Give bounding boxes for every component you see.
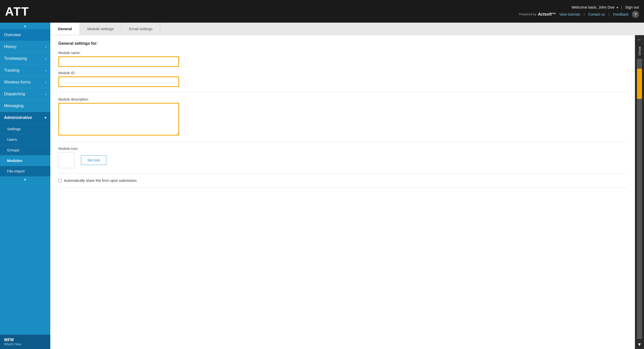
scrollbar-thumb[interactable] <box>637 69 642 99</box>
module-icon-label: Module icon: <box>58 147 627 151</box>
content-area: General Module settings Email settings G… <box>50 23 644 349</box>
sidebar-item-modules[interactable]: Modules <box>0 155 50 166</box>
header-top-row: Welcome back, John Doe ▾ | Sign out <box>572 5 639 9</box>
sidebar-scroll-up[interactable]: ▲ <box>0 23 50 29</box>
divider-after-icon <box>58 173 627 173</box>
sidebar-bottom-sub: What's New <box>4 342 46 346</box>
chevron-right-icon: › <box>45 45 46 49</box>
view-tutorials-link[interactable]: View tutorials <box>559 12 580 16</box>
auto-share-checkbox[interactable] <box>58 179 62 182</box>
sidebar-item-overview[interactable]: Overview <box>0 29 50 41</box>
sidebar-item-users[interactable]: Users <box>0 134 50 145</box>
sidebar: ▲ Overview History › Timekeeping › Track… <box>0 23 50 349</box>
right-panel-show-label: Show <box>638 44 641 58</box>
module-description-label: Module description: <box>58 97 627 101</box>
sidebar-submenu-label: Settings <box>7 127 21 131</box>
sidebar-bottom: WFM What's New <box>0 335 50 349</box>
tab-general[interactable]: General <box>50 23 80 35</box>
contact-us-link[interactable]: Contact us <box>588 12 605 16</box>
sidebar-bottom-title: WFM <box>4 338 46 342</box>
module-description-textarea[interactable] <box>58 103 179 136</box>
module-name-group: Module name: <box>58 51 627 67</box>
sidebar-item-timekeeping[interactable]: Timekeeping › <box>0 53 50 65</box>
divider-after-description <box>58 141 627 142</box>
chevron-down-icon: ▾ <box>45 116 46 120</box>
sidebar-item-label: Wireless forms <box>4 80 31 84</box>
divider1: | <box>621 5 622 9</box>
sidebar-submenu-administrative: Settings Users Groups Modules File impor… <box>0 124 50 177</box>
powered-by: Powered by Actsoft™ <box>519 12 556 17</box>
tab-module-settings[interactable]: Module settings <box>80 23 122 35</box>
module-icon-preview <box>58 152 74 168</box>
main-layout: ▲ Overview History › Timekeeping › Track… <box>0 23 644 349</box>
auto-share-label: Automatically share this form upon submi… <box>64 179 138 183</box>
feedback-link[interactable]: Feedback <box>613 12 628 16</box>
sidebar-item-label: Administrative <box>4 115 32 120</box>
sidebar-item-tracking[interactable]: Tracking › <box>0 65 50 76</box>
module-description-group: Module description: <box>58 97 627 136</box>
chevron-right-icon: › <box>45 68 46 72</box>
welcome-chevron[interactable]: ▾ <box>617 6 618 9</box>
module-name-label: Module name: <box>58 51 627 55</box>
sidebar-submenu-label: Modules <box>7 158 22 163</box>
auto-share-row: Automatically share this form upon submi… <box>58 179 627 183</box>
chevron-right-icon: › <box>45 57 46 61</box>
module-id-label: Module ID: <box>58 71 627 75</box>
section-title: General settings for: <box>58 41 627 46</box>
header: ATT Welcome back, John Doe ▾ | Sign out … <box>0 0 644 23</box>
right-panel-down-button[interactable]: ▼ <box>635 340 644 349</box>
right-panel: ← Show ▼ <box>635 35 644 349</box>
header-bottom-row: Powered by Actsoft™ View tutorials | Con… <box>519 11 639 18</box>
form-content: General settings for: Module name: Modul… <box>50 35 635 349</box>
sidebar-item-label: Timekeeping <box>4 56 27 61</box>
sidebar-item-history[interactable]: History › <box>0 41 50 53</box>
app-logo: ATT <box>5 5 29 18</box>
sign-out-link[interactable]: Sign out <box>625 5 639 9</box>
header-right: Welcome back, John Doe ▾ | Sign out Powe… <box>519 5 639 18</box>
sidebar-item-label: Overview <box>4 33 21 37</box>
right-panel-arrow-button[interactable]: ← <box>635 35 644 44</box>
sidebar-scroll-down[interactable]: ▼ <box>0 177 50 183</box>
sidebar-item-messaging[interactable]: Messaging <box>0 100 50 112</box>
divider-after-id <box>58 92 627 92</box>
chevron-right-icon: › <box>45 80 46 84</box>
sidebar-item-label: History <box>4 45 17 49</box>
divider-bottom <box>58 188 627 188</box>
sidebar-submenu-label: Users <box>7 137 17 142</box>
actsoft-logo: Actsoft™ <box>538 12 556 17</box>
scrollbar-track <box>637 59 642 339</box>
module-id-group: Module ID: <box>58 71 627 87</box>
sidebar-item-administrative[interactable]: Administrative ▾ <box>0 112 50 124</box>
sidebar-item-groups[interactable]: Groups <box>0 145 50 155</box>
sidebar-item-dispatching[interactable]: Dispatching › <box>0 88 50 100</box>
sidebar-item-wireless-forms[interactable]: Wireless forms › <box>0 76 50 88</box>
sidebar-item-label: Tracking <box>4 68 19 73</box>
welcome-text: Welcome back, John Doe ▾ <box>572 5 618 9</box>
tab-email-settings[interactable]: Email settings <box>122 23 160 35</box>
divider2: | <box>584 12 585 16</box>
sidebar-item-file-import[interactable]: File import <box>0 166 50 177</box>
help-button[interactable]: ? <box>632 11 639 18</box>
sidebar-item-settings[interactable]: Settings <box>0 124 50 134</box>
module-name-input[interactable] <box>58 56 179 67</box>
sidebar-item-label: Dispatching <box>4 92 25 96</box>
divider3: | <box>609 12 610 16</box>
tabs-bar: General Module settings Email settings <box>50 23 644 35</box>
sidebar-submenu-label: Groups <box>7 148 19 152</box>
sidebar-submenu-label: File import <box>7 169 25 173</box>
module-icon-section: Module icon: Set icon <box>58 147 627 168</box>
chevron-right-icon: › <box>45 92 46 96</box>
module-id-input[interactable] <box>58 76 179 87</box>
sidebar-item-label: Messaging <box>4 104 23 108</box>
set-icon-button[interactable]: Set icon <box>81 155 106 165</box>
